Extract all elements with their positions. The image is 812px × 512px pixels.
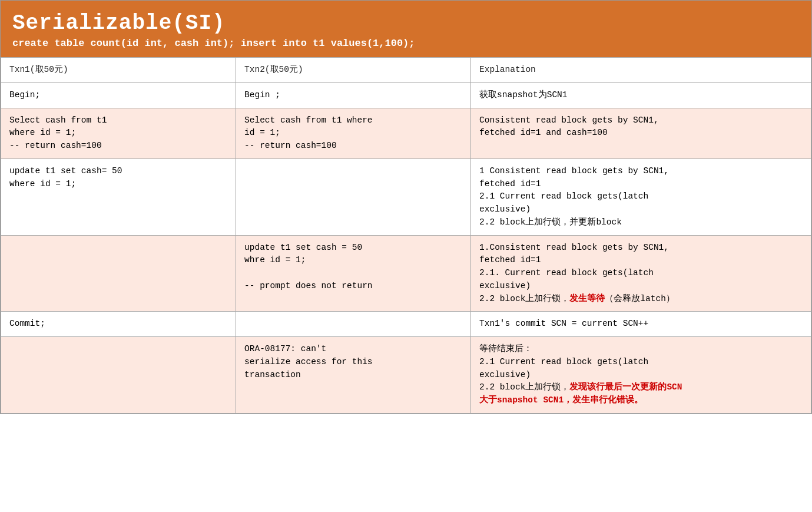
- table-row: ORA-08177: can't serialize access for th…: [1, 337, 811, 414]
- page-subtitle: create table count(id int, cash int); in…: [12, 38, 800, 49]
- table-row: Begin;Begin ;获取snapshot为SCN1: [1, 82, 811, 108]
- cell-txn2: [236, 158, 471, 235]
- cell-explanation: 获取snapshot为SCN1: [471, 82, 811, 108]
- col-header-1: Txn1(取50元): [1, 58, 236, 83]
- cell-txn2: update t1 set cash = 50 whre id = 1; -- …: [236, 235, 471, 312]
- cell-txn1: Commit;: [1, 312, 236, 337]
- cell-txn2: Select cash from t1 where id = 1; -- ret…: [236, 108, 471, 158]
- cell-explanation: 1 Consistent read block gets by SCN1, fe…: [471, 158, 811, 235]
- main-table: Txn1(取50元) Txn2(取50元) Explanation Begin;…: [1, 57, 811, 414]
- cell-txn1: [1, 235, 236, 312]
- cell-txn1: update t1 set cash= 50 where id = 1;: [1, 158, 236, 235]
- cell-explanation: Consistent read block gets by SCN1, fetc…: [471, 108, 811, 158]
- header: Serializable(SI) create table count(id i…: [1, 1, 811, 57]
- cell-explanation: 1.Consistent read block gets by SCN1, fe…: [471, 235, 811, 312]
- table-row: Commit;Txn1's commit SCN = current SCN++: [1, 312, 811, 337]
- table-row: Select cash from t1 where id = 1; -- ret…: [1, 108, 811, 158]
- table-row: update t1 set cash = 50 whre id = 1; -- …: [1, 235, 811, 312]
- cell-txn1: Select cash from t1 where id = 1; -- ret…: [1, 108, 236, 158]
- cell-explanation: Txn1's commit SCN = current SCN++: [471, 312, 811, 337]
- table-header-row: Txn1(取50元) Txn2(取50元) Explanation: [1, 58, 811, 83]
- cell-txn1: Begin;: [1, 82, 236, 108]
- cell-txn2: [236, 312, 471, 337]
- col-header-2: Txn2(取50元): [236, 58, 471, 83]
- cell-txn1: [1, 337, 236, 414]
- cell-txn2: ORA-08177: can't serialize access for th…: [236, 337, 471, 414]
- page-title: Serializable(SI): [12, 11, 800, 35]
- cell-explanation: 等待结束后： 2.1 Current read block gets(latch…: [471, 337, 811, 414]
- col-header-3: Explanation: [471, 58, 811, 83]
- cell-txn2: Begin ;: [236, 82, 471, 108]
- table-row: update t1 set cash= 50 where id = 1;1 Co…: [1, 158, 811, 235]
- main-container: Serializable(SI) create table count(id i…: [0, 0, 812, 414]
